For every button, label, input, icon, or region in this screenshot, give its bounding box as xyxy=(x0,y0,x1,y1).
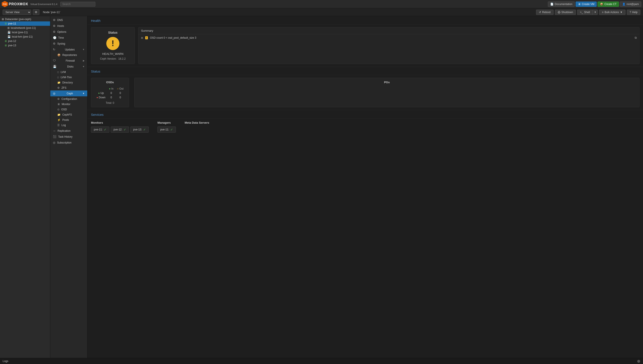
directory-icon: 📁 xyxy=(57,81,61,84)
ct-icon: 📦 xyxy=(600,2,603,6)
pve13-icon: 🖥 xyxy=(4,44,7,47)
disks-label: Disks xyxy=(67,65,74,68)
mid-sub-item-log[interactable]: ☰ Log xyxy=(50,122,87,128)
mid-sub-item-cephfs[interactable]: 📁 CephFS xyxy=(50,112,87,117)
bulk-icon: ≡ xyxy=(602,11,603,14)
search-input[interactable] xyxy=(60,2,95,6)
sidebar-item-pve12[interactable]: 🖥 pve-12 xyxy=(0,39,50,43)
monitors-group: Monitors pve-11: ✓ pve-12: ✓ pve-13: ✓ xyxy=(91,121,149,132)
bottombar-right: ⬤ xyxy=(637,360,640,363)
shell-icon: >_ xyxy=(580,11,583,14)
reboot-button[interactable]: ↺ Reboot xyxy=(536,10,553,15)
mid-sub-item-repositories[interactable]: 📦 Repositories xyxy=(50,52,87,58)
monitor-icon: 🖥 xyxy=(57,103,60,106)
shutdown-button[interactable]: ⏻ Shutdown xyxy=(555,10,576,15)
mid-sub-item-zfs[interactable]: ⚙ ZFS xyxy=(50,85,87,90)
time-label: Time xyxy=(58,36,64,39)
mid-item-updates[interactable]: ↻ Updates ▼ xyxy=(50,46,87,52)
mid-sub-item-pools[interactable]: ⚡ Pools xyxy=(50,117,87,122)
mid-item-subscription[interactable]: ◎ Subscription xyxy=(50,140,87,146)
expand-button[interactable]: ⊞ xyxy=(141,36,143,39)
subscription-icon: ◎ xyxy=(53,141,55,144)
monitor-pve13-check: ✓ xyxy=(143,128,146,131)
mid-item-syslog[interactable]: ⚙ Syslog xyxy=(50,41,87,46)
services-content: Monitors pve-11: ✓ pve-12: ✓ pve-13: ✓ xyxy=(88,118,643,135)
pools-label: Pools xyxy=(62,118,69,122)
shell-label: Shell xyxy=(584,11,590,14)
ceph-label: Ceph xyxy=(67,92,73,95)
mid-sub-item-monitor[interactable]: 🖥 Monitor xyxy=(50,102,87,107)
logo: PVE PROXMOX Virtual Environment 8.1.4 xyxy=(2,1,57,7)
monitor-pve12[interactable]: pve-12: ✓ xyxy=(111,126,129,132)
mid-item-replication[interactable]: ↔ Replication xyxy=(50,128,87,134)
disks-arrow: ▼ xyxy=(83,65,85,68)
sidebar-item-datacenter[interactable]: ⊞ Datacenter (pve-ceph) xyxy=(0,17,50,22)
log-icon: ☰ xyxy=(57,124,60,127)
create-ct-button[interactable]: 📦 Create CT xyxy=(597,2,619,7)
mid-sub-item-lvm[interactable]: □ LVM xyxy=(50,70,87,75)
sidebar-item-pve13[interactable]: 🖥 pve-13 xyxy=(0,43,50,48)
mid-item-time[interactable]: 🕐 Time xyxy=(50,35,87,41)
options-label: Options xyxy=(57,30,66,34)
managers-title: Managers xyxy=(157,121,176,124)
copy-button[interactable]: ⧉ xyxy=(635,36,637,40)
pools-icon: ⚡ xyxy=(57,118,61,122)
out-label: Out xyxy=(119,87,123,90)
mid-item-dns[interactable]: ⚙ DNS xyxy=(50,17,87,23)
mid-item-hosts[interactable]: ⚙ Hosts xyxy=(50,23,87,29)
summary-row: ⊞ ! OSD count 0 < osd_pool_default_size … xyxy=(138,34,639,41)
mid-item-options[interactable]: ⚙ Options xyxy=(50,29,87,35)
mid-item-firewall[interactable]: 🛡 Firewall ▶ xyxy=(50,58,87,64)
logo-text: PROXMOX xyxy=(9,2,28,6)
proxmox-logo-icon: PVE xyxy=(2,1,8,7)
shell-dropdown-button[interactable]: ▼ xyxy=(592,10,598,15)
hosts-icon: ⚙ xyxy=(53,24,56,28)
logs-label[interactable]: Logs xyxy=(3,360,8,363)
mid-item-ceph[interactable]: ◎ Ceph ▼ xyxy=(50,90,87,96)
sidebar-item-local[interactable]: 💾 local (pve-11) xyxy=(0,30,50,34)
user-button[interactable]: 👤 root@pam xyxy=(620,2,641,7)
sidebar-item-locallvm[interactable]: 💾 local-lvm (pve-11) xyxy=(0,34,50,39)
bulk-dropdown-icon: ▼ xyxy=(620,11,623,14)
settings-button[interactable]: ⚙ xyxy=(33,10,39,15)
out-dot: ○ xyxy=(117,87,119,90)
status-section-header: Status xyxy=(88,67,643,75)
options-icon: ⚙ xyxy=(53,30,56,34)
health-status-label: Status xyxy=(108,31,118,34)
up-label: Up xyxy=(100,92,104,94)
health-warn-icon: ! xyxy=(106,37,119,50)
down-dot: ● xyxy=(97,96,98,99)
cephfs-label: CephFS xyxy=(62,113,72,116)
osd-down-label-cell: ● Down xyxy=(95,95,107,100)
monitor-pve11[interactable]: pve-11: ✓ xyxy=(91,126,109,132)
bulk-actions-button[interactable]: ≡ Bulk Actions ▼ xyxy=(599,10,625,15)
lvm-icon: □ xyxy=(57,70,59,74)
shell-button[interactable]: >_ Shell xyxy=(577,10,592,15)
mid-item-taskhistory[interactable]: ⬛ Task History xyxy=(50,134,87,140)
up-dot: ● xyxy=(98,92,100,94)
create-vm-button[interactable]: 🖥 Create VM xyxy=(576,2,597,7)
updates-label: Updates xyxy=(65,48,75,51)
documentation-button[interactable]: 📄 Documentation xyxy=(548,2,575,7)
sidebar-item-localnetwork[interactable]: ⊞ localnetwork (pve-11) xyxy=(0,26,50,30)
locallvm-label: local-lvm (pve-11) xyxy=(12,35,33,38)
mid-sub-item-configuration[interactable]: ⚙ Configuration xyxy=(50,96,87,102)
mid-sub-item-osd[interactable]: ⊙ OSD xyxy=(50,107,87,112)
manager-pve11[interactable]: pve-11: ✓ xyxy=(157,126,176,132)
monitor-pve13[interactable]: pve-13: ✓ xyxy=(130,126,149,132)
help-button[interactable]: ? Help xyxy=(627,10,640,15)
mid-sub-item-directory[interactable]: 📁 Directory xyxy=(50,80,87,85)
sidebar-item-pve11[interactable]: 🖥 pve-11 xyxy=(0,22,50,26)
ceph-version-value: 18.2.2 xyxy=(118,57,126,60)
dns-label: DNS xyxy=(57,18,63,22)
reboot-label: Reboot xyxy=(542,11,551,14)
datacenter-icon: ⊞ xyxy=(2,18,4,21)
mid-item-disks[interactable]: 💾 Disks ▼ xyxy=(50,64,87,70)
server-view-select[interactable]: Server View xyxy=(3,10,31,15)
mid-sub-item-lvm-thin[interactable]: □ LVM-Thin xyxy=(50,75,87,80)
summary-header: Summary xyxy=(138,27,639,34)
configuration-icon: ⚙ xyxy=(57,98,60,100)
in-dot: ● xyxy=(109,87,110,90)
reboot-icon: ↺ xyxy=(539,11,541,14)
configuration-label: Configuration xyxy=(62,98,77,100)
